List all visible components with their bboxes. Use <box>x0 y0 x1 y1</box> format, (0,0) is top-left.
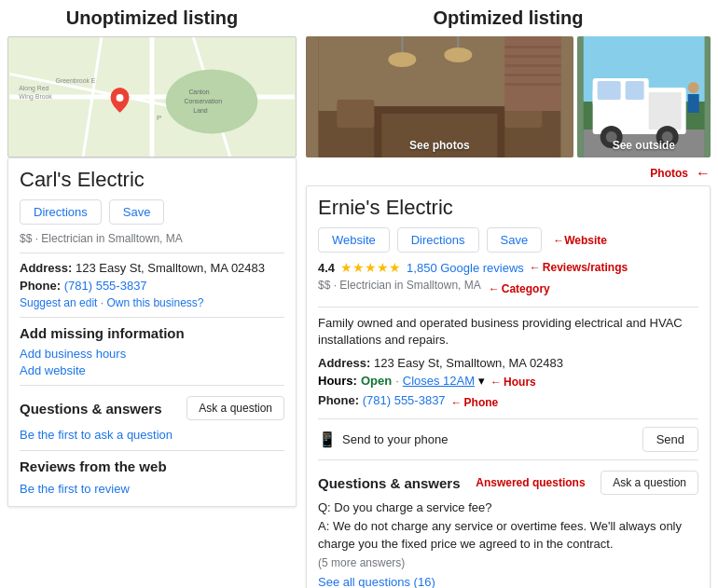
edit-links: Suggest an edit · Own this business? <box>20 296 284 309</box>
own-business-link[interactable]: Own this business? <box>106 296 203 309</box>
svg-rect-30 <box>504 64 560 67</box>
unoptimized-action-buttons: Directions Save <box>20 199 284 225</box>
reviews-count-link[interactable]: 1,850 Google reviews <box>407 261 524 275</box>
svg-rect-28 <box>504 46 560 48</box>
reviews-arrow-icon: ← <box>530 261 541 274</box>
opt-phone-link[interactable]: (781) 555-3837 <box>363 393 446 407</box>
svg-text:Greenbrook E: Greenbrook E <box>56 77 96 84</box>
add-website-link[interactable]: Add website <box>20 363 284 377</box>
svg-rect-39 <box>625 81 643 100</box>
opt-action-buttons: Website Directions Save ← Website <box>318 227 698 253</box>
svg-point-25 <box>444 48 472 62</box>
phone-arrow-icon: ← <box>451 396 463 409</box>
opt-save-button[interactable]: Save <box>487 227 543 253</box>
svg-rect-40 <box>648 92 681 130</box>
price-category: $$ · Electrician in Smalltown, MA <box>20 232 284 245</box>
reviews-line: 4.4 ★★★★★ 1,850 Google reviews ← Reviews… <box>318 260 698 275</box>
phone-link[interactable]: (781) 555-3837 <box>64 279 147 293</box>
hours-row: Hours: Open · Closes 12AM ▾ ← Hours <box>318 374 698 390</box>
ask-question-button[interactable]: Ask a question <box>186 396 284 420</box>
category-row: $$ · Electrician in Smalltown, MA ← Cate… <box>318 279 698 299</box>
phone-label: Phone: <box>20 279 61 293</box>
optimized-card: Ernie's Electric Website Directions Save… <box>306 185 711 588</box>
category-annotation: ← Category <box>489 282 550 295</box>
qa-first-link[interactable]: Be the first to ask a question <box>20 428 173 442</box>
opt-price-category: $$ · Electrician in Smalltown, MA <box>318 279 481 292</box>
category-arrow-icon: ← <box>489 282 500 295</box>
svg-text:Land: Land <box>193 107 207 114</box>
svg-text:Along Red: Along Red <box>19 85 48 92</box>
opt-address-label: Address: <box>318 356 370 370</box>
svg-rect-18 <box>355 106 523 114</box>
send-left: 📱 Send to your phone <box>318 431 448 448</box>
save-button[interactable]: Save <box>109 199 165 225</box>
opt-qa-section: Questions & answers Answered questions A… <box>318 468 698 588</box>
website-button[interactable]: Website <box>318 227 390 253</box>
rating-value: 4.4 <box>318 261 335 275</box>
suggest-edit-link[interactable]: Suggest an edit <box>20 296 97 309</box>
svg-text:Canton: Canton <box>188 89 209 95</box>
opt-ask-button[interactable]: Ask a question <box>601 471 698 495</box>
left-arrow-icon: ← <box>553 234 564 247</box>
svg-text:Wing Brook: Wing Brook <box>19 93 52 101</box>
address-label: Address: <box>20 261 72 275</box>
phone-line: Phone: (781) 555-3837 <box>20 279 284 293</box>
phone-device-icon: 📱 <box>318 431 337 448</box>
see-all-questions-link[interactable]: See all questions (16) <box>318 575 435 588</box>
description: Family owned and operated business provi… <box>318 315 698 349</box>
unoptimized-card: Carl's Electric Directions Save $$ · Ele… <box>7 157 297 507</box>
address-value: 123 Easy St, Smalltown, MA 02483 <box>76 261 265 275</box>
photos-row: See photos <box>306 36 711 157</box>
photo-main[interactable]: See photos <box>306 36 573 157</box>
opt-directions-button[interactable]: Directions <box>397 227 479 253</box>
hours-arrow-icon: ← <box>490 376 502 389</box>
hours-detail-link[interactable]: Closes 12AM <box>403 374 475 388</box>
send-row: 📱 Send to your phone Send <box>318 418 698 460</box>
website-annotation: ← Website <box>553 227 607 253</box>
unoptimized-title: Unoptimized listing <box>7 7 297 29</box>
opt-qa-header: Questions & answers Answered questions A… <box>318 468 698 497</box>
opt-phone-label: Phone: <box>318 393 359 407</box>
photo-side-label: See outside <box>613 139 675 152</box>
svg-rect-29 <box>504 55 560 58</box>
photos-arrow-icon: ← <box>696 165 711 182</box>
stars-display: ★★★★★ <box>340 260 401 275</box>
reviews-annotation: ← Reviews/ratings <box>530 261 628 274</box>
qa-header: Questions & answers Ask a question <box>20 393 284 422</box>
qa-heading: Questions & answers <box>20 401 162 417</box>
directions-button[interactable]: Directions <box>20 199 102 225</box>
opt-address-line: Address: 123 Easy St, Smalltown, MA 0248… <box>318 356 698 370</box>
hours-label: Hours: <box>318 374 357 388</box>
add-hours-link[interactable]: Add business hours <box>20 347 284 361</box>
opt-business-name: Ernie's Electric <box>318 196 698 220</box>
opt-qa-heading: Questions & answers <box>318 475 461 491</box>
reviews-first-link[interactable]: Be the first to review <box>20 482 130 496</box>
qa-more: (5 more answers) <box>318 556 698 569</box>
svg-rect-31 <box>504 74 560 76</box>
photo-side[interactable]: See outside <box>577 36 711 157</box>
hours-detail: · <box>395 374 399 388</box>
right-wrapper: See photos <box>306 36 711 588</box>
hours-line: Hours: Open · Closes 12AM ▾ <box>318 374 485 388</box>
send-label: Send to your phone <box>342 432 448 446</box>
qa-question: Q: Do you charge a service fee? <box>318 500 698 514</box>
svg-point-23 <box>388 52 416 67</box>
open-status: Open <box>361 374 392 388</box>
svg-rect-32 <box>504 83 560 86</box>
phone-row: Phone: (781) 555-3837 ← Phone <box>318 393 698 411</box>
qa-answer: A: We do not charge any service or overt… <box>318 518 698 552</box>
missing-info-heading: Add missing information <box>20 325 284 341</box>
hours-annotation: ← Hours <box>490 376 536 389</box>
reviews-heading: Reviews from the web <box>20 458 284 474</box>
optimized-panel: Optimized listing <box>306 7 711 588</box>
send-button[interactable]: Send <box>642 427 698 452</box>
svg-point-45 <box>687 82 698 93</box>
optimized-title: Optimized listing <box>306 7 711 29</box>
svg-text:Conservation: Conservation <box>184 98 222 104</box>
photos-annotation-row: Photos ← <box>306 165 711 182</box>
svg-rect-46 <box>687 94 698 113</box>
svg-rect-19 <box>374 114 381 157</box>
photo-main-label: See photos <box>409 139 470 152</box>
svg-rect-38 <box>597 81 620 100</box>
svg-rect-20 <box>497 114 504 157</box>
